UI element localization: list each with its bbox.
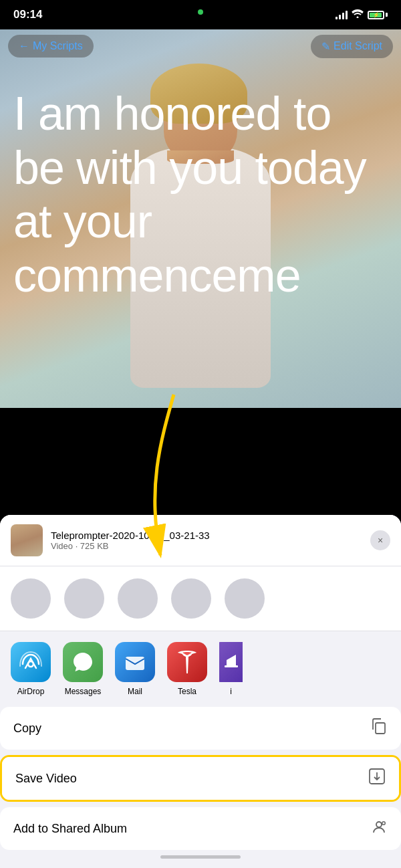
contact-item[interactable] [11, 578, 51, 619]
airdrop-icon [11, 642, 51, 682]
save-video-highlight: Save Video [0, 755, 401, 802]
apps-row: AirDrop Messages Mail [0, 631, 401, 701]
share-sheet: Teleprompter-2020-10-12_03-21-33 Video ·… [0, 515, 401, 868]
shared-album-section: Add to Shared Album [0, 807, 401, 850]
save-video-action[interactable]: Save Video [2, 757, 399, 800]
copy-action[interactable]: Copy [0, 707, 401, 750]
home-indicator [0, 850, 401, 861]
svg-point-6 [376, 822, 382, 827]
file-name: Teleprompter-2020-10-12_03-21-33 [51, 530, 362, 541]
app-label-messages: Messages [65, 687, 102, 696]
app-item-tesla[interactable]: Tesla [167, 642, 207, 696]
copy-label: Copy [13, 722, 41, 736]
app-label-mail: Mail [128, 687, 142, 696]
battery-icon: ⚡ [368, 11, 388, 19]
status-bar: 09:14 ⚡ [0, 0, 401, 29]
more-icon [219, 642, 243, 682]
contact-avatar [171, 578, 211, 619]
wifi-icon [352, 9, 364, 21]
app-item-airdrop[interactable]: AirDrop [11, 642, 51, 696]
add-shared-album-icon [370, 818, 388, 839]
contact-avatar [118, 578, 158, 619]
contact-avatar [11, 578, 51, 619]
teleprompter-content: I am honored to be with you today at you… [13, 87, 388, 302]
contact-avatar [64, 578, 104, 619]
file-preview-row: Teleprompter-2020-10-12_03-21-33 Video ·… [0, 515, 401, 566]
back-arrow-icon: ← [19, 40, 29, 52]
app-item-more[interactable]: i [219, 642, 243, 696]
tesla-icon [167, 642, 207, 682]
actions-section: Copy [0, 707, 401, 750]
contact-item[interactable] [64, 578, 104, 619]
svg-rect-3 [225, 665, 238, 667]
contact-avatar [225, 578, 265, 619]
app-item-mail[interactable]: Mail [115, 642, 155, 696]
status-icons: ⚡ [336, 9, 388, 21]
edit-script-button[interactable]: ✎ Edit Script [311, 35, 393, 58]
back-label: My Scripts [33, 40, 83, 52]
contact-item[interactable] [171, 578, 211, 619]
mail-icon [115, 642, 155, 682]
signal-icon [336, 10, 348, 19]
app-label-airdrop: AirDrop [17, 687, 45, 696]
green-dot-indicator [198, 9, 203, 15]
back-button[interactable]: ← My Scripts [8, 35, 94, 58]
file-info: Teleprompter-2020-10-12_03-21-33 Video ·… [51, 530, 362, 551]
nav-bar: ← My Scripts ✎ Edit Script [0, 29, 401, 63]
file-meta: Video · 725 KB [51, 541, 362, 551]
add-shared-album-label: Add to Shared Album [13, 822, 127, 836]
close-icon: × [378, 535, 383, 546]
messages-icon [63, 642, 103, 682]
app-label-more: i [219, 687, 243, 696]
close-share-button[interactable]: × [370, 530, 390, 550]
svg-rect-4 [376, 723, 385, 734]
contacts-scroll [11, 576, 390, 621]
edit-label: Edit Script [333, 40, 382, 52]
contacts-row [0, 566, 401, 631]
contact-item[interactable] [225, 578, 265, 619]
add-shared-album-action[interactable]: Add to Shared Album [0, 807, 401, 850]
save-video-label: Save Video [15, 772, 77, 786]
save-video-icon [368, 768, 386, 789]
contact-item[interactable] [118, 578, 158, 619]
file-thumbnail [11, 524, 43, 556]
edit-icon: ✎ [321, 40, 330, 53]
status-time: 09:14 [13, 8, 42, 21]
app-label-tesla: Tesla [178, 687, 196, 696]
apps-scroll: AirDrop Messages Mail [11, 642, 390, 696]
copy-icon [370, 718, 388, 739]
app-item-messages[interactable]: Messages [63, 642, 103, 696]
home-bar [160, 855, 241, 859]
teleprompter-text: I am honored to be with you today at you… [0, 80, 401, 309]
